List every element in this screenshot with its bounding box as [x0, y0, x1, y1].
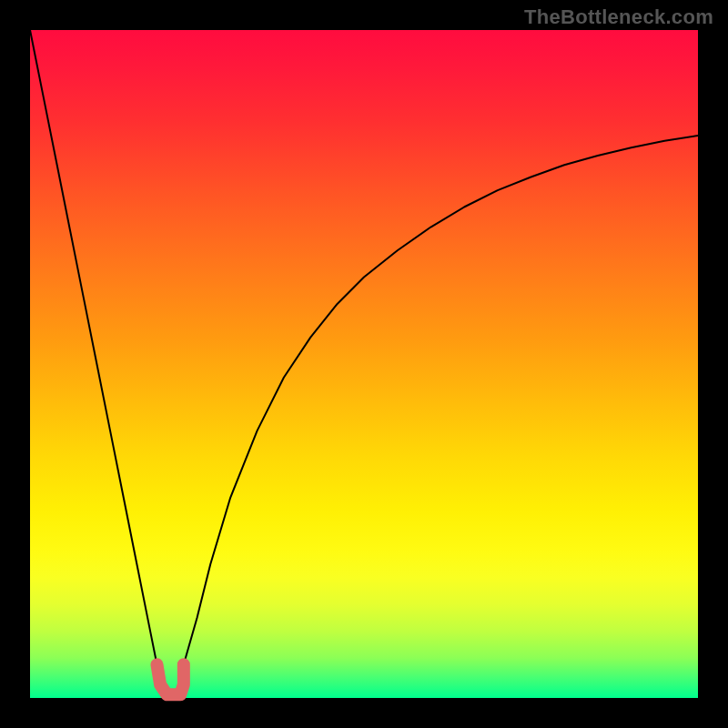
- plot-area: [30, 30, 698, 698]
- watermark-label: TheBottleneck.com: [524, 5, 713, 29]
- chart-frame: TheBottleneck.com: [0, 0, 728, 728]
- plot-svg: [30, 30, 698, 698]
- highlight-bracket: [157, 664, 183, 694]
- bottleneck-curve: [30, 30, 698, 698]
